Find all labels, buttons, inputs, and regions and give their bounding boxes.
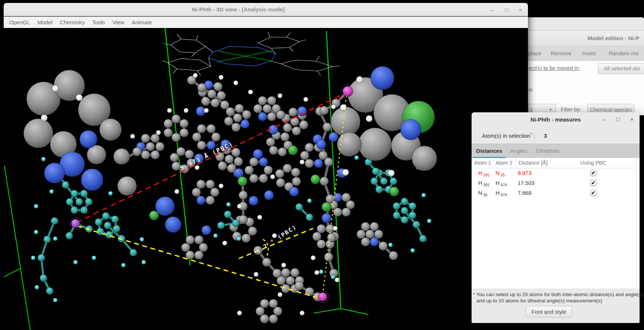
atom [210,188,219,197]
atom [273,307,282,316]
atom [249,174,258,183]
distance-row[interactable]: N35H4747.668✔ [472,188,636,198]
pbc-checkbox[interactable]: ✔ [590,190,596,196]
atom [258,215,262,220]
main-window: Ni-Phth - 3D view - [Analysis mode] – □ … [4,3,528,330]
atom [245,166,253,175]
atom [180,129,189,137]
tab-distances[interactable]: Distances [473,144,506,158]
atom [316,140,326,149]
atom [269,299,278,308]
selected-atom[interactable] [71,219,80,228]
atom [226,202,231,207]
tab-replace[interactable]: place [528,46,541,61]
atom [234,81,238,85]
menu-tools[interactable]: Tools [88,19,109,25]
minimize-icon[interactable]: – [489,7,496,13]
header-using-pbc[interactable]: Using PBC [551,158,636,168]
atom [413,221,420,228]
atom [121,263,126,267]
atom [66,232,73,239]
distance-row[interactable]: H391N359.973✔ [472,168,636,178]
tab-dihedrals[interactable]: Dihedrals [532,144,564,158]
atom [185,150,194,159]
atom [295,203,303,211]
atom [71,190,78,197]
atom [331,107,360,136]
atom [322,213,331,223]
minimize-icon[interactable]: – [601,116,607,122]
3d-viewport[interactable]: 9.973 Å (PBC)8.2 ° (PBC) [4,28,528,330]
menu-model[interactable]: Model [34,19,56,25]
atom [254,272,259,277]
header-distance[interactable]: Distance [Å] [516,158,551,168]
atom [258,112,267,121]
font-and-style-button[interactable]: Font and style [526,306,572,317]
menu-chemistry[interactable]: Chemistry [56,19,89,25]
partial-label: n: [529,87,533,93]
atom [211,133,220,141]
atom [393,212,400,219]
atom [207,89,216,98]
menu-opengl[interactable]: OpenGL [6,19,34,25]
tab-remove[interactable]: Remove [551,46,571,61]
atom [80,190,88,197]
selection-label: Atom(s) in selection* : 3 [482,132,547,139]
atom [242,110,251,119]
atom [276,110,285,119]
pbc-checkbox[interactable]: ✔ [590,180,596,186]
selected-atom[interactable] [343,86,353,96]
main-window-title: Ni-Phth - 3D view - [Analysis mode] [4,3,473,16]
atom [99,119,122,141]
atom [401,207,408,214]
atom [264,190,274,200]
atom [73,260,78,264]
model-edition-titlebar[interactable]: Model edition - Ni-P [528,31,644,46]
atom [186,235,195,244]
atom [388,243,393,247]
atom [366,115,372,122]
distance-value: 9.973 [518,170,532,176]
atom [342,169,349,176]
close-icon[interactable]: × [629,116,635,122]
distance-value: 17.503 [518,180,535,186]
atom [292,127,301,136]
tab-random-move[interactable]: Random mo [609,46,639,61]
header-atom1[interactable]: Atom 1 [472,158,493,168]
menu-view[interactable]: View [109,19,128,25]
atom [327,233,336,242]
atom [354,155,359,160]
maximize-icon[interactable]: □ [615,116,621,122]
atom [176,147,185,156]
atom2-cell: H474 [496,180,507,186]
background-app-strip [528,17,644,31]
atom [333,226,338,231]
selected-atom[interactable] [318,292,327,301]
all-selected-button[interactable]: All selected ato [598,63,644,74]
header-atom2[interactable]: Atom 2 [493,158,516,168]
atom1-cell: H391 [478,180,490,186]
atom [76,198,83,206]
measures-titlebar[interactable]: Ni-Phth - measures – □ × [472,112,640,127]
selection-row: Atom(s) in selection* : 3 [472,127,640,144]
pbc-checkbox[interactable]: ✔ [590,170,596,176]
main-titlebar[interactable]: Ni-Phth - 3D view - [Analysis mode] – □ … [4,3,528,16]
close-icon[interactable]: × [517,7,524,13]
atom [24,119,53,148]
atom [35,285,39,289]
measures-window: Ni-Phth - measures – □ × Atom(s) in sele… [472,112,640,323]
menu-animate[interactable]: Animate [128,19,155,25]
tab-angles[interactable]: Angles [506,144,532,158]
atom [292,177,301,186]
atom [410,248,415,253]
atom [262,258,271,267]
maximize-icon[interactable]: □ [503,7,510,13]
atom [304,97,308,102]
angle-label: 8.2 ° (PBC) [255,224,298,254]
atom [151,151,160,159]
atom [253,149,263,159]
atom [269,315,278,323]
distance-row[interactable]: H391H47417.503✔ [472,178,636,188]
tab-insert[interactable]: Insert [582,46,596,61]
atom [172,133,181,142]
